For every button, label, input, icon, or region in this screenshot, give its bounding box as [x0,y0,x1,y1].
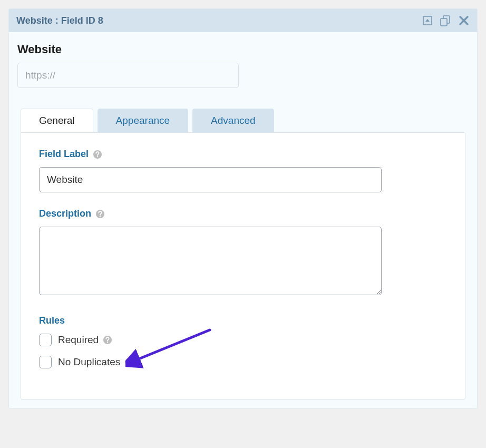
description-textarea[interactable] [39,227,382,295]
field-label-text: Field Label [39,149,89,160]
panel-title: Website : Field ID 8 [16,15,103,26]
tab-appearance[interactable]: Appearance [98,109,188,133]
required-label: Required [58,334,112,346]
no-duplicates-label: No Duplicates [58,356,134,368]
no-duplicates-label-text: No Duplicates [58,356,120,368]
tab-content-general: Field Label Description [21,132,465,400]
collapse-icon[interactable] [422,15,433,26]
tab-general[interactable]: General [21,109,93,133]
no-duplicates-row: No Duplicates [39,356,447,368]
preview-input[interactable] [17,63,239,88]
help-icon[interactable] [124,357,134,367]
help-icon[interactable] [103,335,112,345]
preview-label: Website [17,43,469,56]
header-actions [422,14,470,27]
tab-list: General Appearance Advanced [21,108,465,132]
description-heading: Description [39,208,447,219]
description-text: Description [39,208,91,219]
help-icon[interactable] [93,150,102,159]
tab-advanced[interactable]: Advanced [192,109,274,133]
svg-point-4 [97,156,98,157]
svg-point-10 [129,364,130,365]
duplicate-icon[interactable] [439,14,452,27]
svg-point-8 [107,342,108,343]
rules-section: Rules Required [39,315,447,368]
no-duplicates-checkbox[interactable] [39,356,52,368]
svg-point-6 [100,216,101,217]
rules-heading: Rules [39,315,447,326]
help-icon[interactable] [95,209,105,219]
field-editor-panel: Website : Field ID 8 Website [8,8,478,408]
close-icon[interactable] [458,15,470,26]
field-label-input[interactable] [39,167,382,192]
required-checkbox[interactable] [39,334,52,346]
panel-header: Website : Field ID 8 [9,9,477,32]
panel-body: Website General Appearance Advanced Fiel… [9,32,477,408]
field-label-heading: Field Label [39,149,447,160]
tabs-container: General Appearance Advanced Field Label [17,108,469,400]
required-label-text: Required [58,334,99,346]
required-row: Required [39,334,447,346]
svg-rect-2 [441,18,447,26]
